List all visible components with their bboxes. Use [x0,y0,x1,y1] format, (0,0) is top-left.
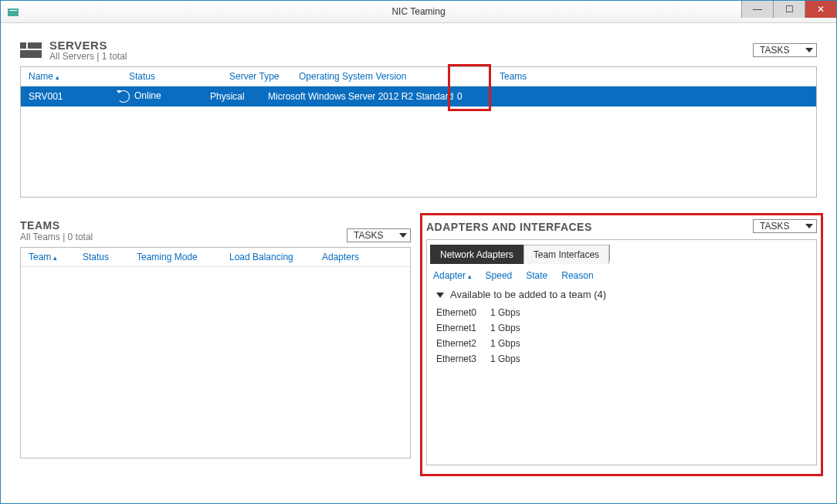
servers-columns: Name Status Server Type Operating System… [21,67,816,86]
adapter-row[interactable]: Ethernet31 Gbps [427,351,816,367]
teams-subtitle: All Teams | 0 total [20,232,93,242]
servers-icon [20,42,42,58]
tab-network-adapters[interactable]: Network Adapters [430,245,524,264]
col-adapter[interactable]: Adapter [433,270,486,281]
teams-section: TEAMS All Teams | 0 total TASKS Team Sta… [20,219,411,465]
cell-type: Physical [210,91,268,102]
servers-section: SERVERS All Servers | 1 total TASKS Name… [20,39,817,198]
col-adapters[interactable]: Adapters [322,252,374,262]
teams-columns: Team Status Teaming Mode Load Balancing … [21,248,410,267]
col-load-balancing[interactable]: Load Balancing [229,252,322,262]
maximize-button[interactable]: ☐ [773,1,805,18]
adapters-tasks-dropdown[interactable]: TASKS [753,219,817,233]
servers-subtitle: All Servers | 1 total [49,51,127,62]
teams-title: TEAMS [20,219,93,232]
adapters-title: ADAPTERS AND INTERFACES [426,221,592,233]
minimize-button[interactable]: — [741,1,773,18]
tab-team-interfaces[interactable]: Team Interfaces [524,245,609,264]
tab-separator [609,245,610,262]
collapse-icon [436,293,444,298]
col-speed[interactable]: Speed [486,270,527,281]
cell-os: Microsoft Windows Server 2012 R2 Standar… [268,91,457,102]
title-bar: NIC Teaming — ☐ ✕ [1,1,836,23]
col-teams[interactable]: Teams [500,71,554,82]
col-team[interactable]: Team [29,252,83,262]
adapter-columns: Adapter Speed State Reason [427,267,816,284]
adapter-tabs: Network Adapters Team Interfaces [427,245,816,264]
adapter-row[interactable]: Ethernet11 Gbps [427,320,816,336]
app-icon [7,5,19,18]
close-button[interactable]: ✕ [805,1,836,18]
server-row-selected[interactable]: SRV001 Online Physical Microsoft Windows… [21,86,816,107]
servers-tasks-dropdown[interactable]: TASKS [753,43,817,57]
col-name[interactable]: Name [29,71,129,82]
servers-title: SERVERS [49,39,127,52]
col-server-type[interactable]: Server Type [229,71,299,82]
teams-tasks-dropdown[interactable]: TASKS [347,228,411,242]
adapter-row[interactable]: Ethernet01 Gbps [427,305,816,320]
svg-rect-0 [8,8,19,16]
col-reason[interactable]: Reason [561,270,607,281]
cell-name: SRV001 [29,91,117,102]
col-teaming-mode[interactable]: Teaming Mode [137,252,229,262]
svg-rect-1 [9,10,17,11]
cell-teams: 0 [457,91,496,102]
adapters-section: ADAPTERS AND INTERFACES TASKS Network Ad… [426,219,817,465]
nic-teaming-window: NIC Teaming — ☐ ✕ SERVERS All Servers | … [0,0,837,504]
adapter-group-available[interactable]: Available to be added to a team (4) [427,284,816,305]
col-state[interactable]: State [526,270,561,281]
adapter-row[interactable]: Ethernet21 Gbps [427,336,816,351]
cell-status: Online [117,90,210,103]
refresh-icon [117,90,130,103]
window-title: NIC Teaming [1,6,836,17]
col-team-status[interactable]: Status [83,252,137,262]
col-os[interactable]: Operating System Version [299,71,500,82]
col-status[interactable]: Status [129,71,229,82]
